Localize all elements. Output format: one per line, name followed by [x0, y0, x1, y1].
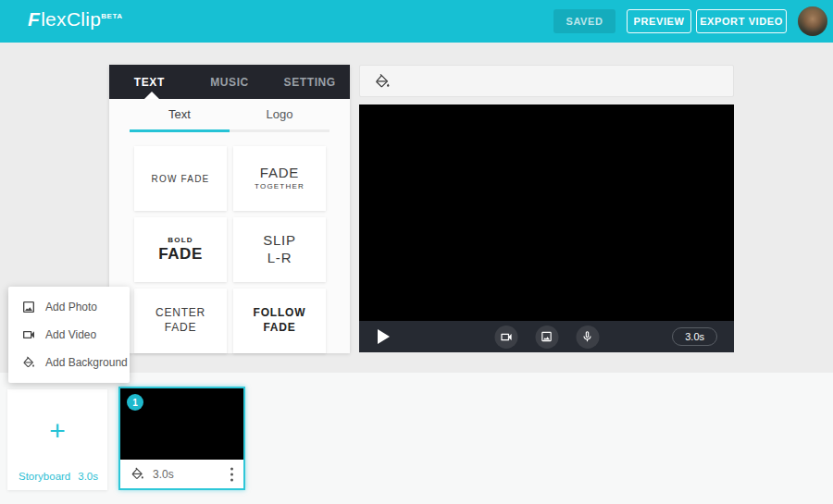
saved-status-button: SAVED	[553, 9, 615, 33]
clip-options-kebab-icon[interactable]	[230, 467, 233, 481]
clip-duration: 3.0s	[153, 468, 174, 481]
menu-item-add-video[interactable]: Add Video	[8, 321, 130, 349]
active-tab-notch	[144, 92, 159, 99]
menu-item-label: Add Background	[45, 356, 128, 369]
style-label: FOLLOW	[254, 306, 306, 321]
text-style-fade-together[interactable]: FADE TOGETHER	[233, 146, 326, 211]
text-style-row-fade[interactable]: ROW FADE	[134, 146, 227, 211]
style-label: CENTER	[155, 306, 205, 321]
storyboard-add-footer: Storyboard 3.0s	[19, 471, 98, 482]
storyboard-label: Storyboard	[19, 471, 70, 482]
logo-f: F	[28, 8, 40, 30]
photo-icon	[21, 300, 36, 314]
menu-item-label: Add Video	[45, 328, 96, 341]
style-label: FADE	[260, 165, 299, 182]
clip-footer: 3.0s	[120, 460, 243, 488]
style-label: L-R	[267, 250, 292, 267]
clip-thumbnail[interactable]: 1	[120, 388, 243, 460]
text-style-bold-fade[interactable]: BOLD FADE	[134, 217, 227, 282]
panel-tabbar: TEXT MUSIC SETTING	[109, 65, 350, 99]
storyboard-clip-1[interactable]: 1 3.0s	[118, 387, 245, 490]
image-icon[interactable]	[535, 326, 558, 349]
video-preview-canvas[interactable]	[359, 104, 734, 321]
subtab-text[interactable]: Text	[130, 99, 230, 132]
flexclip-logo: FlexClipBETA	[28, 8, 122, 31]
asset-panel: TEXT MUSIC SETTING Text Logo ROW FADE FA…	[109, 65, 350, 353]
video-icon	[21, 327, 36, 342]
app-header: FlexClipBETA SAVED PREVIEW EXPORT VIDEO	[0, 0, 833, 43]
paint-bucket-icon	[21, 355, 36, 370]
tab-music[interactable]: MUSIC	[190, 65, 270, 99]
preview-control-bar: 3.0s	[359, 321, 734, 352]
storyboard-add-card[interactable]: + Storyboard 3.0s	[7, 389, 107, 490]
style-label: TOGETHER	[255, 182, 305, 191]
play-icon[interactable]	[378, 329, 390, 344]
logo-text: lexClip	[41, 8, 101, 30]
storyboard-duration: 3.0s	[78, 471, 98, 482]
paint-bucket-icon[interactable]	[373, 72, 392, 91]
clip-index-badge: 1	[127, 394, 143, 411]
paint-bucket-icon[interactable]	[130, 466, 145, 482]
text-style-center-fade[interactable]: CENTER FADE	[134, 289, 227, 353]
scene-toolbar	[359, 65, 734, 97]
media-buttons	[494, 326, 599, 349]
style-label: FADE	[165, 321, 197, 336]
export-video-button[interactable]: EXPORT VIDEO	[696, 9, 787, 33]
text-style-follow-fade[interactable]: FOLLOW FADE	[233, 289, 326, 353]
microphone-icon[interactable]	[576, 326, 599, 349]
text-style-slip-lr[interactable]: SLIP L-R	[233, 217, 326, 282]
add-media-context-menu: Add Photo Add Video Add Background	[8, 287, 130, 383]
beta-badge: BETA	[101, 12, 122, 20]
style-label: FADE	[158, 245, 203, 264]
style-label: SLIP	[263, 232, 296, 250]
menu-item-add-photo[interactable]: Add Photo	[8, 293, 130, 321]
video-camera-icon[interactable]	[494, 326, 517, 349]
menu-item-add-background[interactable]: Add Background	[8, 349, 130, 376]
tab-setting[interactable]: SETTING	[269, 65, 350, 99]
plus-icon[interactable]: +	[7, 417, 107, 445]
panel-body: Text Logo ROW FADE FADE TOGETHER BOLD FA…	[109, 99, 350, 353]
text-style-grid: ROW FADE FADE TOGETHER BOLD FADE SLIP L-…	[134, 146, 326, 353]
preview-button[interactable]: PREVIEW	[627, 9, 691, 33]
menu-item-label: Add Photo	[45, 301, 97, 313]
style-label: ROW FADE	[152, 173, 210, 185]
style-label: FADE	[263, 321, 295, 336]
subtab-logo[interactable]: Logo	[230, 99, 329, 132]
style-label: BOLD	[168, 236, 193, 245]
sub-tabbar: Text Logo	[109, 99, 350, 132]
user-avatar[interactable]	[798, 6, 827, 36]
scene-duration-badge: 3.0s	[672, 327, 717, 346]
